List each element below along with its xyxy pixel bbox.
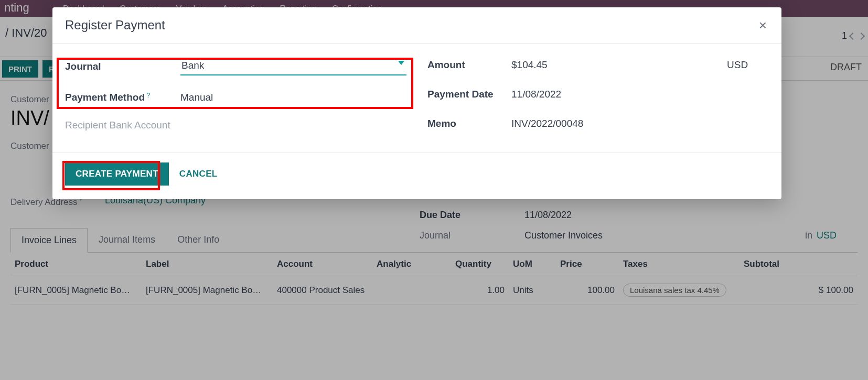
- modal-right-form: Amount $104.45 USD Payment Date 11/08/20…: [427, 57, 769, 132]
- amount-label: Amount: [427, 59, 511, 71]
- chevron-down-icon[interactable]: [398, 61, 404, 65]
- payment-method-label: Payment Method: [65, 92, 145, 103]
- payment-date-value: 11/08/2022: [511, 86, 769, 102]
- amount-currency: USD: [727, 57, 769, 73]
- journal-select[interactable]: [180, 58, 406, 75]
- modal-title: Register Payment: [65, 18, 165, 32]
- close-icon[interactable]: ×: [759, 18, 767, 32]
- amount-value: $104.45: [511, 57, 727, 73]
- memo-label: Memo: [427, 118, 511, 129]
- payment-method-value: Manual: [180, 90, 406, 105]
- cancel-button[interactable]: CANCEL: [179, 169, 218, 179]
- memo-value: INV/2022/00048: [511, 116, 769, 132]
- journal-label: Journal: [65, 61, 180, 72]
- journal-input[interactable]: [180, 58, 406, 75]
- register-payment-modal: Register Payment × Journal Payment Metho…: [52, 7, 781, 199]
- modal-left-form: Journal Payment Method? Manual Recipient…: [65, 57, 406, 132]
- payment-date-label: Payment Date: [427, 89, 511, 100]
- create-payment-button[interactable]: CREATE PAYMENT: [65, 162, 169, 186]
- recipient-bank-label: Recipient Bank Account: [65, 120, 406, 131]
- help-icon[interactable]: ?: [146, 91, 150, 99]
